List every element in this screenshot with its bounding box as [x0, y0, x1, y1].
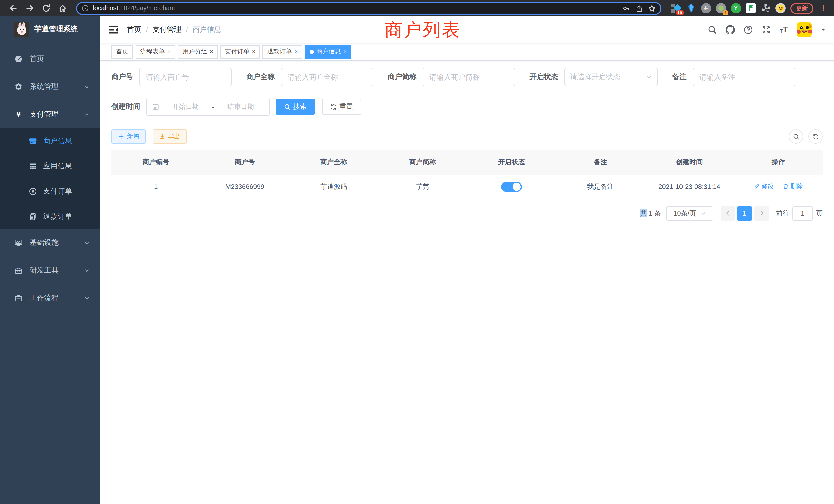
- bookmark-star-icon[interactable]: [648, 4, 656, 12]
- reset-button[interactable]: 重置: [322, 98, 361, 115]
- yen-icon: ¥: [14, 110, 23, 118]
- shop-icon: [29, 137, 37, 145]
- prev-page-button[interactable]: [721, 206, 735, 221]
- extension-diamond-icon[interactable]: 10: [671, 3, 681, 13]
- date-range-picker[interactable]: 开始日期 - 结束日期: [146, 97, 270, 116]
- collapse-sidebar-icon[interactable]: [108, 25, 118, 35]
- github-icon[interactable]: [726, 25, 735, 35]
- navbar-actions: TT: [708, 22, 826, 38]
- breadcrumb-home[interactable]: 首页: [127, 25, 141, 35]
- omnibox-actions: [622, 4, 656, 12]
- tab-process-form[interactable]: 流程表单×: [136, 45, 175, 58]
- sidebar-item-refund-order[interactable]: 退款订单: [0, 204, 100, 229]
- trash-icon: [783, 183, 789, 190]
- close-icon[interactable]: ×: [168, 49, 171, 54]
- url-text[interactable]: localhost:1024/pay/merchant: [93, 5, 175, 12]
- search-icon: [284, 104, 291, 110]
- tab-pay-order[interactable]: 支付订单×: [220, 45, 260, 58]
- chevron-down-icon: [84, 295, 90, 301]
- main-area: 商户列表 首页 / 支付管理 / 商户信息 TT: [100, 17, 834, 504]
- extensions-puzzle-icon[interactable]: [761, 3, 771, 13]
- tab-home[interactable]: 首页: [111, 45, 133, 58]
- forward-icon[interactable]: [25, 4, 35, 13]
- tab-refund-order[interactable]: 退款订单×: [263, 45, 303, 58]
- browser-menu-icon[interactable]: ⋮: [818, 4, 829, 13]
- export-button[interactable]: 导出: [153, 129, 187, 144]
- search-icon: [793, 133, 799, 140]
- extension-recorder-icon[interactable]: 1: [716, 3, 726, 13]
- cell-actions: 修改 删除: [734, 175, 823, 199]
- extensions-bar: 10 ⌘ 1 Y 更新 ⋮: [671, 3, 829, 14]
- share-icon[interactable]: [635, 4, 643, 12]
- sidebar-item-pay-order[interactable]: ¥ 支付订单: [0, 179, 100, 204]
- filter-remark: 备注: [672, 68, 795, 86]
- full-name-input[interactable]: [281, 68, 373, 86]
- extension-badge: 10: [676, 10, 683, 16]
- goto-page-input[interactable]: [792, 206, 813, 221]
- add-button[interactable]: 新增: [111, 129, 146, 144]
- tab-merchant-info[interactable]: 商户信息×: [305, 45, 352, 58]
- cell-remark: 我是备注: [556, 175, 645, 199]
- sidebar-item-devtools[interactable]: 研发工具: [0, 257, 100, 284]
- sidebar-item-infra[interactable]: 基础设施: [0, 229, 100, 257]
- back-icon[interactable]: [9, 4, 18, 13]
- browser-update-button[interactable]: 更新: [790, 3, 813, 14]
- filter-create-time: 创建时间 开始日期 - 结束日期: [111, 97, 270, 116]
- close-icon[interactable]: ×: [294, 49, 298, 54]
- remark-input[interactable]: [693, 68, 795, 86]
- sidebar-item-app-info[interactable]: 应用信息: [0, 154, 100, 179]
- status-toggle[interactable]: [501, 181, 522, 192]
- font-size-icon[interactable]: TT: [780, 26, 788, 34]
- close-icon[interactable]: ×: [344, 49, 347, 54]
- profile-avatar-icon[interactable]: [775, 3, 786, 13]
- sidebar-menu: 首页 系统管理 ¥ 支付管理 商户信息: [0, 42, 100, 312]
- plus-icon: [118, 134, 124, 140]
- site-info-icon[interactable]: [82, 5, 89, 12]
- refresh-table-button[interactable]: [808, 129, 823, 144]
- extension-y-icon[interactable]: Y: [731, 3, 741, 13]
- sidebar-logo[interactable]: 芋道管理系统: [0, 17, 100, 42]
- user-avatar[interactable]: [796, 22, 812, 38]
- extension-flag-icon[interactable]: [746, 3, 756, 13]
- short-name-input[interactable]: [423, 68, 515, 86]
- current-page-button[interactable]: 1: [738, 206, 752, 221]
- sidebar-item-workflow[interactable]: 工作流程: [0, 284, 100, 312]
- col-actions: 操作: [734, 151, 823, 175]
- extension-gem-icon[interactable]: [686, 3, 696, 13]
- reload-icon[interactable]: [42, 4, 51, 13]
- sidebar-item-home[interactable]: 首页: [0, 45, 100, 73]
- sidebar: 芋道管理系统 首页 系统管理 ¥ 支付管理: [0, 17, 100, 504]
- toolbox-icon: [14, 266, 23, 275]
- caret-down-icon[interactable]: [821, 27, 826, 32]
- sidebar-item-pay[interactable]: ¥ 支付管理: [0, 100, 100, 128]
- sidebar-item-system[interactable]: 系统管理: [0, 73, 100, 100]
- status-select[interactable]: 请选择开启状态: [564, 68, 658, 86]
- home-icon[interactable]: [58, 4, 67, 13]
- next-page-button[interactable]: [754, 206, 769, 221]
- page-size-select[interactable]: 10条/页: [666, 206, 713, 221]
- search-button[interactable]: 搜索: [276, 98, 315, 115]
- tab-user-group[interactable]: 用户分组×: [178, 45, 218, 58]
- table-row: 1 M233666999 芋道源码 芋艿 我是备注 2021-10-23 08:…: [111, 175, 823, 199]
- extension-command-icon[interactable]: ⌘: [701, 3, 711, 13]
- start-date-placeholder: 开始日期: [162, 102, 209, 111]
- toggle-search-button[interactable]: [789, 129, 803, 144]
- filter-status: 开启状态 请选择开启状态: [529, 68, 658, 86]
- chevron-down-icon: [700, 210, 706, 216]
- sidebar-item-merchant-info[interactable]: 商户信息: [0, 128, 100, 154]
- monitor-icon: [14, 239, 23, 247]
- fullscreen-icon[interactable]: [762, 25, 771, 35]
- address-bar[interactable]: localhost:1024/pay/merchant: [76, 2, 661, 15]
- documents-icon: [29, 212, 37, 221]
- help-icon[interactable]: [744, 25, 753, 35]
- merchant-no-input[interactable]: [139, 68, 232, 86]
- breadcrumb-parent[interactable]: 支付管理: [153, 25, 181, 35]
- chevron-right-icon: [759, 210, 764, 216]
- delete-link[interactable]: 删除: [783, 182, 803, 191]
- col-create-time: 创建时间: [645, 151, 734, 175]
- edit-link[interactable]: 修改: [754, 182, 774, 191]
- close-icon[interactable]: ×: [210, 49, 213, 54]
- password-key-icon[interactable]: [622, 4, 630, 12]
- search-icon[interactable]: [708, 25, 717, 35]
- close-icon[interactable]: ×: [252, 49, 256, 54]
